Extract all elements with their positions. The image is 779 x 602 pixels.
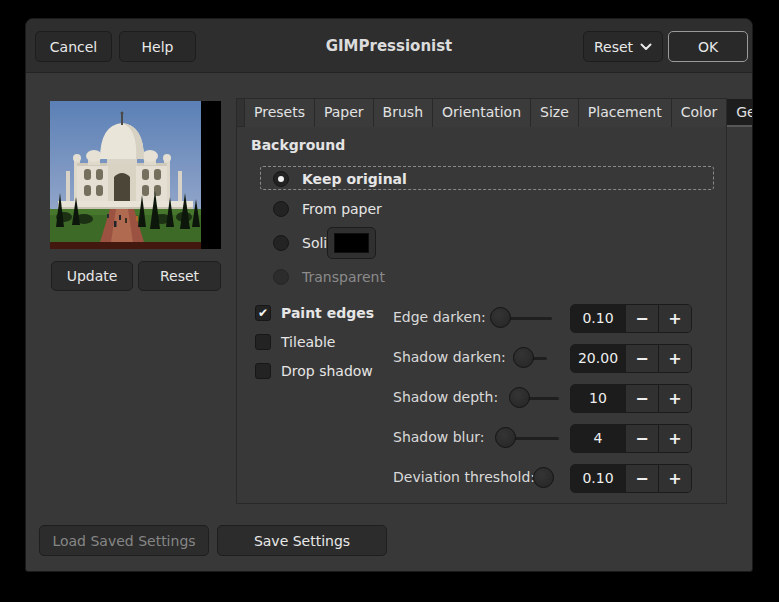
checkbox-box xyxy=(255,334,271,350)
plus-icon[interactable]: + xyxy=(658,305,691,332)
checkbox-label: Tileable xyxy=(281,334,335,350)
edge-darken-spinbox: 0.10 − + xyxy=(570,304,692,333)
checkbox-box xyxy=(255,363,271,379)
minus-icon[interactable]: − xyxy=(625,385,658,412)
shadow-depth-slider[interactable] xyxy=(509,387,530,408)
minus-icon[interactable]: − xyxy=(625,305,658,332)
edge-darken-slider[interactable] xyxy=(490,307,511,328)
tab-color[interactable]: Color xyxy=(672,99,728,127)
shadow-blur-slider[interactable] xyxy=(495,427,516,448)
minus-icon[interactable]: − xyxy=(625,425,658,452)
plus-icon[interactable]: + xyxy=(658,465,691,492)
deviation-threshold-label: Deviation threshold: xyxy=(393,469,535,485)
save-settings-button[interactable]: Save Settings xyxy=(217,525,387,556)
radio-transparent: Transparent xyxy=(273,267,385,287)
tab-presets[interactable]: Presets xyxy=(244,99,315,127)
plus-icon[interactable]: + xyxy=(658,425,691,452)
checkbox-label: Paint edges xyxy=(281,305,374,321)
solid-color-button[interactable] xyxy=(327,227,376,259)
radio-indicator xyxy=(273,269,289,285)
radio-from-paper[interactable]: From paper xyxy=(273,199,382,219)
edge-darken-label: Edge darken: xyxy=(393,309,486,325)
shadow-darken-slider[interactable] xyxy=(513,347,534,368)
shadow-darken-label: Shadow darken: xyxy=(393,349,506,365)
plus-icon[interactable]: + xyxy=(658,385,691,412)
radio-indicator xyxy=(273,171,289,187)
settings-notebook: Presets Paper Brush Orientation Size Pla… xyxy=(236,98,727,504)
tab-paper[interactable]: Paper xyxy=(315,99,374,127)
reset-preview-button[interactable]: Reset xyxy=(138,261,221,291)
checkmark-icon: ✔ xyxy=(255,305,271,321)
deviation-threshold-slider[interactable] xyxy=(533,467,554,488)
tab-brush[interactable]: Brush xyxy=(374,99,433,127)
minus-icon[interactable]: − xyxy=(625,465,658,492)
shadow-blur-value[interactable]: 4 xyxy=(571,425,625,452)
tab-bar: Presets Paper Brush Orientation Size Pla… xyxy=(237,99,726,127)
shadow-depth-value[interactable]: 10 xyxy=(571,385,625,412)
radio-keep-original[interactable]: Keep original xyxy=(273,169,407,189)
plus-icon[interactable]: + xyxy=(658,345,691,372)
tab-general[interactable]: General xyxy=(727,99,753,127)
taj-mahal-preview-image xyxy=(50,101,221,249)
deviation-threshold-spinbox: 0.10 − + xyxy=(570,464,692,493)
ok-button[interactable]: OK xyxy=(668,31,748,62)
desktop-background: Cancel Help GIMPressionist Reset OK xyxy=(0,0,779,602)
radio-indicator xyxy=(273,235,289,251)
preview-image xyxy=(50,101,221,249)
radio-label: From paper xyxy=(302,201,382,217)
radio-indicator xyxy=(273,201,289,217)
color-swatch xyxy=(334,233,369,253)
radio-label: Transparent xyxy=(302,269,385,285)
shadow-depth-label: Shadow depth: xyxy=(393,389,498,405)
tab-placement[interactable]: Placement xyxy=(579,99,672,127)
shadow-depth-spinbox: 10 − + xyxy=(570,384,692,413)
minus-icon[interactable]: − xyxy=(625,345,658,372)
checkbox-paint-edges[interactable]: ✔ Paint edges xyxy=(255,303,374,323)
tab-orientation[interactable]: Orientation xyxy=(433,99,531,127)
load-saved-settings-button: Load Saved Settings xyxy=(39,525,209,556)
shadow-blur-spinbox: 4 − + xyxy=(570,424,692,453)
shadow-darken-value[interactable]: 20.00 xyxy=(571,345,625,372)
tab-size[interactable]: Size xyxy=(531,99,579,127)
gimpressionist-dialog: Cancel Help GIMPressionist Reset OK xyxy=(25,18,753,572)
background-section-label: Background xyxy=(251,137,345,153)
checkbox-tileable[interactable]: Tileable xyxy=(255,332,335,352)
radio-label: Keep original xyxy=(302,171,407,187)
edge-darken-value[interactable]: 0.10 xyxy=(571,305,625,332)
checkbox-label: Drop shadow xyxy=(281,363,373,379)
shadow-blur-label: Shadow blur: xyxy=(393,429,485,445)
header-bar: Cancel Help GIMPressionist Reset OK xyxy=(26,19,752,73)
chevron-down-icon xyxy=(640,43,652,51)
shadow-darken-spinbox: 20.00 − + xyxy=(570,344,692,373)
reset-dropdown-label: Reset xyxy=(594,39,633,55)
deviation-threshold-value[interactable]: 0.10 xyxy=(571,465,625,492)
checkbox-drop-shadow[interactable]: Drop shadow xyxy=(255,361,373,381)
reset-dropdown-button[interactable]: Reset xyxy=(583,31,663,62)
update-preview-button[interactable]: Update xyxy=(51,261,133,291)
